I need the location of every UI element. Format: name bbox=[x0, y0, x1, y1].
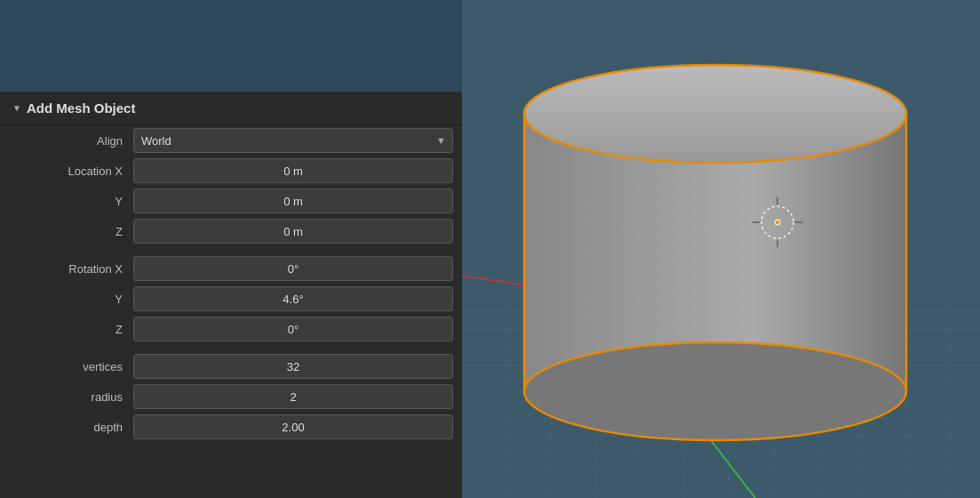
vertices-label: vertices bbox=[9, 360, 133, 374]
rotation-z-row: Z bbox=[0, 314, 462, 344]
rotation-y-label: Y bbox=[9, 293, 133, 306]
location-y-label: Y bbox=[9, 195, 133, 208]
rotation-x-input[interactable] bbox=[133, 256, 453, 281]
radius-row: radius bbox=[0, 382, 462, 412]
location-x-input[interactable] bbox=[133, 158, 453, 183]
radius-input[interactable] bbox=[133, 384, 453, 409]
viewport-scene bbox=[462, 0, 980, 498]
panel-header: ▼ Add Mesh Object bbox=[0, 92, 462, 125]
align-select[interactable]: World View Cursor bbox=[133, 128, 453, 153]
collapse-icon[interactable]: ▼ bbox=[12, 103, 21, 113]
rotation-x-row: Rotation X bbox=[0, 253, 462, 284]
left-panel: ▼ Add Mesh Object Align World View Curso… bbox=[0, 0, 462, 498]
svg-point-34 bbox=[775, 220, 780, 225]
depth-label: depth bbox=[9, 421, 133, 434]
align-select-wrapper: World View Cursor ▼ bbox=[133, 128, 453, 153]
3d-viewport[interactable] bbox=[462, 0, 980, 498]
top-area bbox=[0, 0, 462, 92]
rotation-y-row: Y bbox=[0, 284, 462, 314]
panel-content: ▼ Add Mesh Object Align World View Curso… bbox=[0, 92, 462, 442]
depth-row: depth bbox=[0, 412, 462, 442]
location-z-label: Z bbox=[9, 225, 133, 238]
vertices-row: vertices bbox=[0, 351, 462, 382]
rotation-z-input[interactable] bbox=[133, 317, 453, 341]
vertices-input[interactable] bbox=[133, 354, 453, 379]
location-y-input[interactable] bbox=[133, 189, 453, 213]
depth-input[interactable] bbox=[133, 414, 453, 439]
panel-title: Add Mesh Object bbox=[27, 100, 136, 116]
location-x-row: Location X bbox=[0, 156, 462, 186]
location-y-row: Y bbox=[0, 186, 462, 216]
radius-label: radius bbox=[9, 390, 133, 404]
location-z-row: Z bbox=[0, 216, 462, 246]
rotation-x-label: Rotation X bbox=[9, 262, 133, 276]
align-label: Align bbox=[9, 134, 133, 148]
spacer-1 bbox=[0, 246, 462, 253]
location-x-label: Location X bbox=[9, 165, 133, 178]
location-z-input[interactable] bbox=[133, 219, 453, 244]
spacer-2 bbox=[0, 344, 462, 351]
rotation-y-input[interactable] bbox=[133, 286, 453, 311]
align-row: Align World View Cursor ▼ bbox=[0, 125, 462, 156]
rotation-z-label: Z bbox=[9, 323, 133, 336]
